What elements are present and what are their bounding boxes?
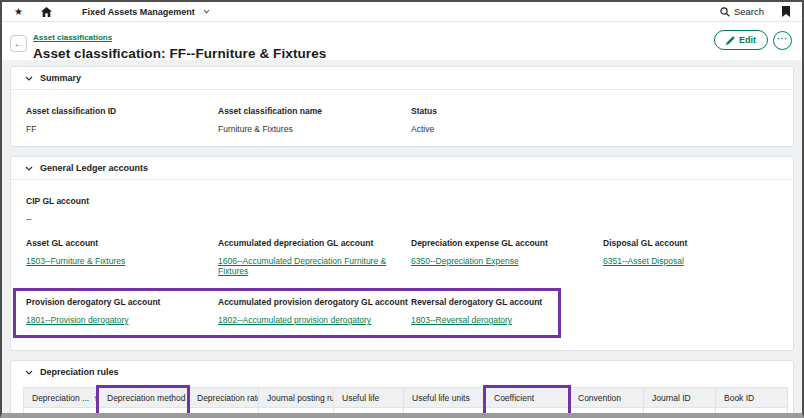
table-header-row: Depreciation ...↑ Depreciation method De…	[24, 388, 788, 408]
cell-journal-id[interactable]: TAX	[644, 408, 716, 418]
field-asset-classification-id: Asset classification ID FF	[26, 106, 218, 134]
cell-useful-life[interactable]: 36	[334, 408, 404, 418]
column-header-useful-life-units[interactable]: Useful life units	[404, 388, 486, 408]
field-value: FF	[26, 124, 218, 134]
page-actions: Edit ···	[714, 30, 792, 50]
depreciation-rules-card: Depreciation rules Depreciation ...↑ Dep…	[10, 360, 794, 418]
edit-button-label: Edit	[739, 35, 756, 45]
app-name: Fixed Assets Management	[82, 7, 195, 17]
summary-section-header[interactable]: Summary	[11, 67, 793, 90]
app-switcher-chevron-down-icon[interactable]	[203, 9, 210, 14]
field-asset-classification-name: Asset classification name Furniture & Fi…	[218, 106, 411, 134]
field-accumulated-provision-derogatory-gl-account: Accumulated provision derogatory GL acco…	[218, 297, 411, 327]
gl-account-link[interactable]: 1801--Provision derogatory	[26, 315, 129, 325]
field-value: Furniture & Fixtures	[218, 124, 411, 134]
cell-useful-life-units[interactable]: Months	[404, 408, 486, 418]
gl-body: CIP GL account -- Asset GL account 1503-…	[11, 180, 793, 350]
collapse-chevron-down-icon	[25, 166, 33, 171]
field-depreciation-expense-gl-account: Depreciation expense GL account 6350--De…	[411, 238, 603, 278]
gl-account-link[interactable]: 6350--Depreciation Expense	[411, 256, 519, 266]
gl-account-link[interactable]: 1606--Accumulated Depreciation Furniture…	[218, 256, 411, 276]
rules-section-header[interactable]: Depreciation rules	[11, 361, 793, 383]
field-label: Accumulated depreciation GL account	[218, 238, 411, 248]
field-label: Asset classification name	[218, 106, 411, 116]
field-accumulated-depreciation-gl-account: Accumulated depreciation GL account 1606…	[218, 238, 411, 278]
breadcrumb-asset-classifications[interactable]: Asset classifications	[33, 33, 112, 42]
search-icon	[720, 7, 730, 17]
gl-section-header[interactable]: General Ledger accounts	[11, 157, 793, 180]
field-reversal-derogatory-gl-account: Reversal derogatory GL account 1803--Rev…	[411, 297, 558, 327]
gl-section-title: General Ledger accounts	[40, 163, 148, 173]
field-disposal-gl-account: Disposal GL account 6351--Asset Disposal	[603, 238, 778, 278]
status-value: Active	[411, 124, 603, 134]
column-header-journal-id[interactable]: Journal ID	[644, 388, 716, 408]
field-label: Accumulated provision derogatory GL acco…	[218, 297, 411, 307]
cell-convention[interactable]: Full month	[570, 408, 644, 418]
page-header: ← Asset classifications Asset classifica…	[2, 22, 802, 60]
home-icon[interactable]	[41, 7, 52, 17]
cell-depreciation[interactable]: 57	[24, 408, 99, 418]
summary-body: Asset classification ID FF Asset classif…	[11, 90, 793, 146]
column-header-journal-posting-rule[interactable]: Journal posting rule	[259, 388, 334, 408]
column-header-depreciation-rate[interactable]: Depreciation rate ...	[189, 388, 259, 408]
column-header-depreciation[interactable]: Depreciation ...↑	[24, 388, 99, 408]
cell-book-id[interactable]: T	[716, 408, 788, 418]
field-cip-gl-account: CIP GL account --	[26, 196, 778, 224]
sort-ascending-icon: ↑	[93, 394, 97, 403]
cell-journal-posting-rule[interactable]: PR-TAX--PostingR...	[259, 408, 334, 418]
field-asset-gl-account: Asset GL account 1503--Furniture & Fixtu…	[26, 238, 218, 278]
column-header-book-id[interactable]: Book ID	[716, 388, 788, 408]
gl-account-link[interactable]: 1802--Accumulated provision derogatory	[218, 315, 371, 325]
gl-account-link[interactable]: 1803--Reversal derogatory	[411, 315, 512, 325]
bookmark-icon[interactable]	[782, 6, 790, 17]
field-label: Reversal derogatory GL account	[411, 297, 558, 307]
search-button[interactable]: Search	[720, 6, 764, 17]
depreciation-rules-table-wrap: Depreciation ...↑ Depreciation method De…	[23, 387, 787, 418]
field-label: Asset classification ID	[26, 106, 218, 116]
table-row[interactable]: 57 DER--Derogatory PR-TAX--PostingR... 3…	[24, 408, 788, 418]
summary-card: Summary Asset classification ID FF Asset…	[10, 66, 794, 147]
field-label: Depreciation expense GL account	[411, 238, 603, 248]
column-header-depreciation-method[interactable]: Depreciation method	[99, 388, 189, 408]
cell-coefficient[interactable]: 1.25	[486, 408, 570, 418]
rules-section-title: Depreciation rules	[40, 367, 119, 377]
page-content: Summary Asset classification ID FF Asset…	[2, 60, 802, 418]
general-ledger-accounts-card: General Ledger accounts CIP GL account -…	[10, 156, 794, 351]
column-header-useful-life[interactable]: Useful life	[334, 388, 404, 408]
page-header-text: Asset classifications Asset classificati…	[33, 26, 792, 61]
favorite-star-icon[interactable]: ★	[14, 7, 23, 17]
back-button[interactable]: ←	[10, 35, 27, 52]
column-header-coefficient[interactable]: Coefficient	[486, 388, 570, 408]
field-value: --	[26, 214, 778, 224]
app-window: ★ Fixed Assets Management Search ← Asset…	[0, 0, 804, 418]
field-status: Status Active	[411, 106, 603, 134]
column-header-convention[interactable]: Convention	[570, 388, 644, 408]
field-label: Provision derogatory GL account	[26, 297, 218, 307]
edit-button[interactable]: Edit	[714, 30, 768, 50]
derogatory-accounts-highlight-box: Provision derogatory GL account 1801--Pr…	[13, 288, 561, 338]
field-label: Status	[411, 106, 603, 116]
more-options-button[interactable]: ···	[773, 31, 792, 50]
field-label: CIP GL account	[26, 196, 778, 206]
field-label: Disposal GL account	[603, 238, 778, 248]
search-label: Search	[734, 6, 764, 17]
gl-account-link[interactable]: 1503--Furniture & Fixtures	[26, 256, 125, 266]
field-provision-derogatory-gl-account: Provision derogatory GL account 1801--Pr…	[26, 297, 218, 327]
gl-account-link[interactable]: 6351--Asset Disposal	[603, 256, 684, 266]
collapse-chevron-down-icon	[25, 76, 33, 81]
field-label: Asset GL account	[26, 238, 218, 248]
collapse-chevron-down-icon	[25, 370, 33, 375]
cell-depreciation-rate[interactable]	[189, 408, 259, 418]
depreciation-rules-table: Depreciation ...↑ Depreciation method De…	[23, 387, 788, 418]
cell-depreciation-method[interactable]: DER--Derogatory	[99, 408, 189, 418]
summary-section-title: Summary	[40, 73, 81, 83]
top-navigation-bar: ★ Fixed Assets Management Search	[2, 2, 802, 22]
pencil-icon	[726, 36, 735, 45]
page-title: Asset classification: FF--Furniture & Fi…	[33, 46, 792, 61]
topbar-right-actions: Search	[720, 6, 790, 17]
